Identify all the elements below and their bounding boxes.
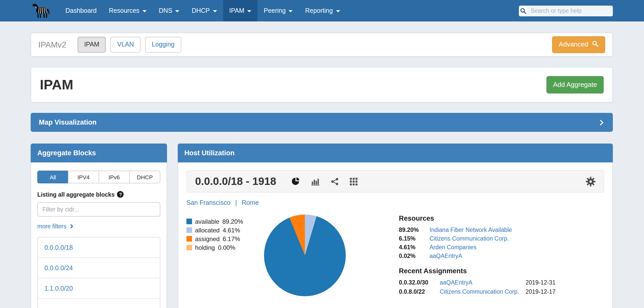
aggregate-panel-body: All IPV4 IPv6 DHCP Listing all aggregate… [31,162,167,308]
location-separator: | [235,199,237,206]
resource-link[interactable]: Arden Companies [430,244,604,251]
legend-pct: 0.00% [218,244,235,251]
resource-pct: 4.61% [399,244,425,251]
legend-swatch [186,236,192,242]
panels-row: Aggregate Blocks All IPV4 IPv6 DHCP List… [31,144,613,308]
filter-all[interactable]: All [37,171,68,183]
caret-down-icon [247,10,252,12]
recent-assignments-heading: Recent Assignments [399,267,604,275]
legend-label: allocated [195,227,220,234]
global-search [519,5,613,16]
utilization-pie[interactable] [264,215,346,296]
nav-resources[interactable]: Resources [103,0,153,21]
cidr-filter-input[interactable] [37,202,160,217]
aggregate-blocks-panel: Aggregate Blocks All IPV4 IPv6 DHCP List… [31,144,167,308]
legend-swatch [186,227,192,233]
advanced-label: Advanced [559,40,588,49]
nav-ipam-label: IPAM [229,7,244,14]
aggregate-block-list: 0.0.0.0/18 0.0.0.0/24 1.1.0.0/20 [37,237,160,308]
bar-chart-icon[interactable] [311,177,320,185]
nav-dhcp-label: DHCP [192,7,210,14]
resource-pct: 0.02% [399,253,425,259]
assignment-date: 2019-12-17 [526,289,604,295]
location-link-rome[interactable]: Rome [242,199,259,206]
nav-dashboard[interactable]: Dashboard [59,0,103,21]
recent-assignments-list: 0.0.32.0/30 aaQAEntryA 2019-12-31 0.0.8.… [399,279,604,295]
top-navbar: Dashboard Resources DNS DHCP IPAM Peerin… [0,0,644,21]
legend-pct: 89.20% [222,218,243,225]
resource-pct: 6.15% [399,235,425,242]
filter-dhcp[interactable]: DHCP [129,171,160,183]
assignment-date: 2019-12-31 [526,279,604,286]
more-filters-link[interactable]: more filters [37,223,73,229]
chevron-right-icon [598,120,604,125]
tab-ipam[interactable]: IPAM [78,37,106,53]
aggregate-panel-title: Aggregate Blocks [37,149,96,157]
legend-swatch [186,245,192,250]
nav-peering-label: Peering [264,7,286,14]
legend-label: assigned [195,235,220,242]
caret-down-icon [142,10,147,12]
app-viewport: Dashboard Resources DNS DHCP IPAM Peerin… [0,0,644,308]
assignment-link[interactable]: aaQAEntryA [440,279,520,286]
host-panel-header: Host Utilization [178,144,613,162]
add-aggregate-button[interactable]: Add Aggregate [546,76,604,94]
listing-label: Listing all aggregate blocks [37,191,115,197]
assignment-cidr: 0.0.8.0/22 [399,289,435,295]
resource-pct: 89.20% [399,227,425,233]
location-link-san-francisco[interactable]: San Franscisco [186,199,230,206]
nav-dhcp[interactable]: DHCP [186,0,223,21]
advanced-search-button[interactable]: Advanced [552,36,605,53]
resource-link[interactable]: Citizens Communication Corp. [430,235,604,242]
aggregate-panel-header: Aggregate Blocks [31,144,167,162]
filter-ipv4[interactable]: IPV4 [68,171,99,183]
assignment-link[interactable]: Citizens Communication Corp. [440,289,520,295]
legend-item-holding: holding 0.00% [186,243,264,252]
main-nav: Dashboard Resources DNS DHCP IPAM Peerin… [59,0,346,21]
ipamv2-toolbar: IPAMv2 IPAM VLAN Logging Advanced [31,33,613,57]
nav-dashboard-label: Dashboard [65,7,97,14]
caret-down-icon [336,10,340,12]
nav-reporting-label: Reporting [305,7,333,14]
share-icon[interactable] [331,177,339,185]
pie-chart-icon[interactable] [292,177,300,185]
map-visualization-bar[interactable]: Map Visualization [31,113,613,132]
page-content: IPAMv2 IPAM VLAN Logging Advanced IPAM A… [0,21,644,308]
map-bar-title: Map Visualization [39,119,97,126]
tab-logging[interactable]: Logging [145,37,181,53]
aggregate-block-link[interactable]: 1.1.0.0/20 [38,278,160,299]
zebra-logo[interactable] [31,3,51,19]
caret-down-icon [175,10,180,12]
grid-view-icon[interactable] [350,177,357,185]
legend-label: available [195,218,219,225]
legend-pct: 4.61% [223,227,240,234]
help-icon[interactable]: ? [117,191,124,198]
aggregate-block-link[interactable] [38,299,160,308]
nav-ipam[interactable]: IPAM [223,0,257,21]
caret-down-icon [213,10,217,12]
host-panel-body: 0.0.0.0/18 - 1918 [178,162,613,308]
nav-reporting[interactable]: Reporting [299,0,346,21]
gear-icon[interactable] [586,176,595,186]
location-links: San Franscisco | Rome [186,199,604,206]
search-icon[interactable] [519,5,527,16]
listing-label-row: Listing all aggregate blocks ? [37,191,160,198]
nav-dns[interactable]: DNS [153,0,186,21]
aggregate-block-link[interactable]: 0.0.0.0/18 [38,238,160,258]
utilization-row: available 89.20% allocated 4.61% assigne… [186,215,604,296]
legend-item-assigned: assigned 6.17% [186,234,264,243]
search-input[interactable] [527,5,613,16]
block-title: 0.0.0.0/18 - 1918 [195,175,276,187]
resource-link[interactable]: Indiana Fiber Network Available [430,227,604,233]
nav-resources-label: Resources [109,7,139,14]
tab-vlan[interactable]: VLAN [111,37,140,53]
aggregate-filter-group: All IPV4 IPv6 DHCP [37,171,160,183]
assignment-cidr: 0.0.32.0/30 [399,279,435,286]
aggregate-block-link[interactable]: 0.0.0.0/24 [38,258,160,278]
filter-ipv6[interactable]: IPv6 [99,171,130,183]
nav-peering[interactable]: Peering [258,0,299,21]
host-utilization-panel: Host Utilization 0.0.0.0/18 - 1918 [178,144,613,308]
resource-link[interactable]: aaQAEntryA [430,253,604,259]
legend-label: holding [195,244,215,251]
more-filters-label: more filters [37,223,66,229]
